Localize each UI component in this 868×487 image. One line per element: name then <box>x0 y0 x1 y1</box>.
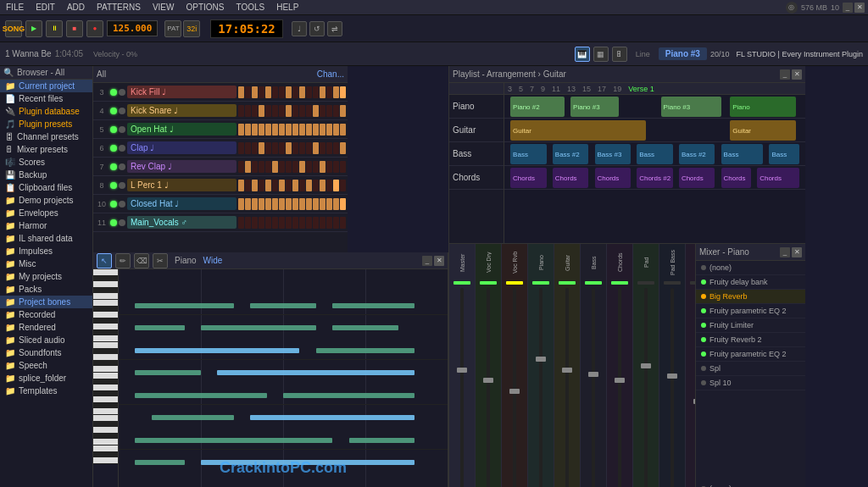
channel-mute-clap[interactable] <box>119 145 125 152</box>
shuffle-icon[interactable]: ⇌ <box>327 21 342 36</box>
track-label-guitar[interactable]: Guitar <box>449 119 504 142</box>
menu-edit[interactable]: EDIT <box>33 3 58 12</box>
piano-tool-cut[interactable]: ✂ <box>153 253 168 268</box>
bpm-display[interactable]: 125.000 <box>107 20 158 36</box>
channel-led-hat[interactable] <box>110 126 117 133</box>
browser-item-recent-files[interactable]: 📄 Recent files <box>0 92 92 105</box>
track-label-chords[interactable]: Chords <box>449 166 504 190</box>
browser-item-soundfonts[interactable]: 📁 Soundfonts <box>0 346 92 359</box>
channel-name-vocals[interactable]: Main_Vocals ♂ <box>127 216 236 229</box>
mixer-tool[interactable]: 🎚 <box>612 47 627 62</box>
track-label-bass[interactable]: Bass <box>449 142 504 166</box>
browser-item-clipboard[interactable]: 📋 Clipboard files <box>0 181 92 194</box>
browser-item-channel-presets[interactable]: 🎛 Channel presets <box>0 130 92 143</box>
channel-name-snare[interactable]: Kick Snare ♩ <box>127 104 236 117</box>
browser-item-templates[interactable]: 📁 Templates <box>0 385 92 397</box>
playlist-block[interactable]: Bass #2 <box>553 144 589 164</box>
playlist-minimize[interactable]: _ <box>780 69 790 80</box>
playlist-block[interactable]: Guitar <box>730 120 796 141</box>
playlist-block[interactable]: Chords <box>679 168 715 188</box>
ch-fader-bass[interactable] <box>592 288 595 487</box>
browser-item-envelopes[interactable]: 📁 Envelopes <box>0 207 92 219</box>
playlist-block[interactable]: Chords <box>510 168 547 188</box>
playlist-block[interactable]: Bass #2 <box>679 144 715 164</box>
metronome-icon[interactable]: ♩ <box>292 21 307 36</box>
playlist-block[interactable]: Chords <box>595 168 632 188</box>
browser-item-mixer-presets[interactable]: 🎚 Mixer presets <box>0 143 92 156</box>
ch-fader-vocrvb[interactable] <box>513 288 516 487</box>
pattern-btn[interactable]: PAT <box>164 20 181 37</box>
channel-led-vocals[interactable] <box>110 219 117 226</box>
playlist-block[interactable]: Chords #2 <box>637 168 673 188</box>
channel-mute-revclap[interactable] <box>119 163 125 170</box>
piano-tool-erase[interactable]: ⌫ <box>134 253 149 268</box>
channel-led-closedhat[interactable] <box>110 201 117 208</box>
browser-item-backup[interactable]: 💾 Backup <box>0 169 92 181</box>
channel-mute-hat[interactable] <box>119 126 125 133</box>
effect-slot-eq2-2[interactable]: Fruity parametric EQ 2 <box>696 347 805 362</box>
minimize-button[interactable]: _ <box>843 3 853 13</box>
browser-item-misc[interactable]: 📁 Misc <box>0 257 92 270</box>
effects-minimize[interactable]: _ <box>780 247 790 257</box>
browser-item-splice[interactable]: 📁 splice_folder <box>0 372 92 385</box>
channel-led-kick[interactable] <box>110 89 117 96</box>
menu-tools[interactable]: TOOLS <box>233 3 267 12</box>
browser-item-demo[interactable]: 📁 Demo projects <box>0 194 92 207</box>
playlist-block[interactable]: Chords <box>553 168 589 188</box>
stop-button[interactable]: ■ <box>66 20 83 37</box>
channel-name-hat[interactable]: Open Hat ♩ <box>127 123 236 136</box>
channel-name-kick[interactable]: Kick Fill ♩ <box>127 86 236 98</box>
playlist-block[interactable]: Chords <box>757 168 799 188</box>
playlist-close[interactable]: ✕ <box>792 69 802 80</box>
playlist-block[interactable]: Piano #3 <box>661 97 721 117</box>
effect-slot-none-2[interactable]: (none) <box>696 482 805 487</box>
note-grid[interactable]: CrackintoPC.com <box>119 269 448 487</box>
channel-name-clap[interactable]: Clap ♩ <box>127 141 236 154</box>
menu-add[interactable]: ADD <box>64 3 87 12</box>
browser-item-recorded[interactable]: 📁 Recorded <box>0 308 92 321</box>
channel-mute-closedhat[interactable] <box>119 201 125 208</box>
record-button[interactable]: ● <box>86 20 103 37</box>
effect-slot-spl10[interactable]: Spl 10 <box>696 376 805 390</box>
close-button[interactable]: ✕ <box>854 3 865 13</box>
effect-slot-delay-bank[interactable]: Fruity delay bank <box>696 275 805 290</box>
playlist-block[interactable]: Chords <box>721 168 752 188</box>
piano-tool-draw[interactable]: ✏ <box>115 253 131 268</box>
playlist-block[interactable]: Piano #2 <box>510 97 565 117</box>
pause-button[interactable]: ⏸ <box>46 20 63 37</box>
loop-icon[interactable]: ↺ <box>309 21 325 36</box>
channel-mute-kick[interactable] <box>119 89 125 96</box>
browser-item-packs[interactable]: 📁 Packs <box>0 283 92 296</box>
ch-fader-padbass[interactable] <box>670 288 674 487</box>
song-mode-button[interactable]: SONG <box>5 20 22 37</box>
menu-patterns[interactable]: PATTERNS <box>94 3 143 12</box>
browser-item-ilshared[interactable]: 📁 IL shared data <box>0 232 92 245</box>
playlist-block[interactable]: Piano #3 <box>570 97 619 117</box>
browser-item-harmor[interactable]: 📁 Harmor <box>0 219 92 232</box>
channel-name-revclap[interactable]: Rev Clap ♩ <box>127 160 236 173</box>
effect-slot-eq2-1[interactable]: Fruity parametric EQ 2 <box>696 304 805 318</box>
playlist-block[interactable]: Bass <box>510 144 547 164</box>
effects-close[interactable]: ✕ <box>792 247 802 257</box>
timeline[interactable]: 3 5 7 9 11 13 15 17 19 Verse 1 Piano #2 <box>504 83 805 243</box>
channel-mute-perc[interactable] <box>119 182 125 189</box>
ch-fader-vocdry[interactable] <box>487 288 490 487</box>
channel-led-perc[interactable] <box>110 182 117 189</box>
playlist-block[interactable]: Bass <box>721 144 764 164</box>
effect-slot-spl[interactable]: Spl <box>696 362 805 376</box>
ch-fader-piano[interactable] <box>539 288 542 487</box>
playlist-block[interactable]: Bass #3 <box>595 144 632 164</box>
ch-fader-master[interactable] <box>460 288 464 487</box>
piano-roll-tool[interactable]: 🎹 <box>575 47 590 62</box>
menu-file[interactable]: FILE <box>3 3 26 12</box>
channel-name-perc[interactable]: L Perc 1 ♩ <box>127 179 236 191</box>
plugin-name-display[interactable]: Piano #3 <box>659 47 707 60</box>
menu-help[interactable]: HELP <box>274 3 301 12</box>
ch-fader-pad[interactable] <box>644 288 648 487</box>
piano-roll-close[interactable]: ✕ <box>434 256 444 266</box>
browser-item-myprojects[interactable]: 📁 My projects <box>0 270 92 283</box>
playlist-block[interactable]: Bass <box>637 144 673 164</box>
playlist-block[interactable]: Guitar <box>510 120 646 141</box>
browser-item-scores[interactable]: 🎼 Scores <box>0 156 92 169</box>
step-seq-tool[interactable]: ▦ <box>593 47 609 62</box>
